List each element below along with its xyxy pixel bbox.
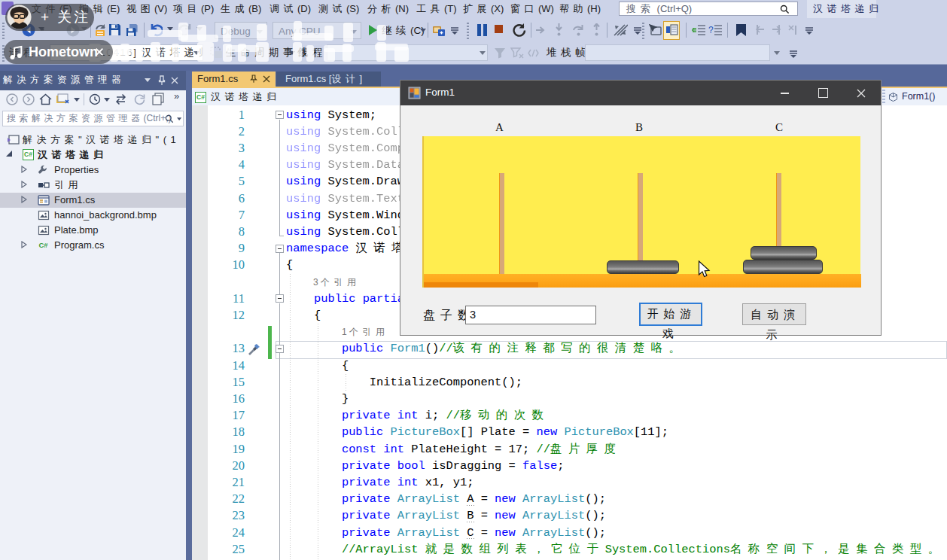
svg-text:?: ? xyxy=(708,25,714,35)
